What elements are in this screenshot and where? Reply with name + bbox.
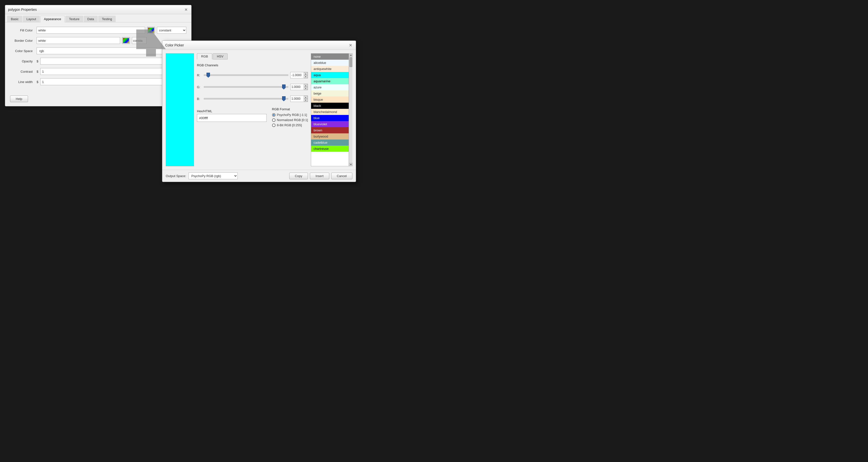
color-list-item-cadetblue[interactable]: cadetblue	[311, 140, 349, 146]
radio-8bit: 8-Bit RGB [0:255]	[272, 123, 308, 127]
radio-normalized-label: Normalized RGB [0:1]	[277, 118, 308, 122]
tab-texture[interactable]: Texture	[65, 16, 83, 22]
radio-8bit-label: 8-Bit RGB [0:255]	[277, 123, 302, 127]
fill-color-input[interactable]	[37, 27, 145, 34]
color-controls: RGB HSV RGB Channels R: ▲	[197, 53, 308, 166]
b-channel-arrows: ▲ ▼	[304, 96, 308, 102]
b-channel-track	[204, 98, 288, 99]
color-list-item-black[interactable]: black	[311, 103, 349, 109]
rgb-format-title: RGB Format	[272, 107, 308, 111]
g-channel-slider-container[interactable]	[204, 84, 288, 90]
color-list-item-beige[interactable]: beige	[311, 90, 349, 96]
tab-basic[interactable]: Basic	[7, 16, 22, 22]
polygon-dialog-titlebar: polygon Properties ✕	[5, 5, 191, 14]
r-channel-slider-container[interactable]	[204, 72, 288, 78]
polygon-dialog-tabs: Basic Layout Appearance Texture Data Tes…	[5, 14, 191, 22]
g-channel-thumb[interactable]	[282, 85, 285, 89]
contrast-input[interactable]	[40, 68, 175, 75]
border-color-swatch	[123, 38, 129, 43]
radio-psychopy-btn[interactable]	[272, 113, 276, 117]
polygon-dialog-close-button[interactable]: ✕	[183, 7, 188, 12]
scrollbar-thumb[interactable]	[349, 57, 352, 67]
line-width-input[interactable]	[40, 79, 173, 85]
r-channel-thumb[interactable]	[207, 73, 210, 78]
border-color-input[interactable]	[37, 37, 120, 44]
b-channel-slider-container[interactable]	[204, 96, 288, 101]
r-channel-down-arrow[interactable]: ▼	[304, 75, 308, 78]
scrollbar-down-arrow[interactable]: ▼	[349, 163, 352, 166]
rgb-channels-title: RGB Channels	[197, 63, 308, 67]
g-channel-up-arrow[interactable]: ▲	[304, 84, 308, 87]
r-channel-up-arrow[interactable]: ▲	[304, 72, 308, 75]
r-channel-input[interactable]	[290, 73, 304, 77]
radio-psychopy: PsychoPy RGB [-1:1]	[272, 113, 308, 117]
color-list-item-chartreuse[interactable]: chartreuse	[311, 146, 349, 152]
color-list-item-brown[interactable]: brown	[311, 127, 349, 133]
color-list[interactable]: none aliceblue antiquewhite aqua aquamar…	[311, 53, 349, 166]
color-list-item-aqua[interactable]: aqua	[311, 72, 349, 78]
line-width-dollar: $	[37, 80, 38, 84]
b-channel-thumb[interactable]	[282, 96, 285, 101]
radio-psychopy-label: PsychoPy RGB [-1:1]	[277, 113, 307, 117]
g-channel-input[interactable]	[290, 85, 304, 89]
g-channel-row: G: ▲ ▼	[197, 84, 308, 90]
line-width-row: Line width $ con	[10, 79, 186, 85]
g-channel-down-arrow[interactable]: ▼	[304, 87, 308, 90]
fill-color-label: Fill Color	[10, 29, 35, 32]
insert-button[interactable]: Insert	[310, 173, 329, 179]
color-list-item-bisque[interactable]: bisque	[311, 96, 349, 103]
color-list-item-aquamarine[interactable]: aquamarine	[311, 78, 349, 84]
copy-button[interactable]: Copy	[289, 173, 308, 179]
b-channel-row: B: ▲ ▼	[197, 96, 308, 102]
color-list-item-burlywood[interactable]: burlywood	[311, 133, 349, 140]
tab-data[interactable]: Data	[84, 16, 98, 22]
b-channel-input[interactable]	[290, 97, 304, 100]
contrast-row: Contrast $ co	[10, 68, 186, 75]
r-channel-track	[204, 74, 288, 76]
polygon-dialog-title: polygon Properties	[8, 8, 37, 11]
b-channel-up-arrow[interactable]: ▲	[304, 96, 308, 99]
r-channel-arrows: ▲ ▼	[304, 72, 308, 78]
color-picker-footer: Output Space: PsychoPy RGB (rgb) Normali…	[162, 170, 356, 182]
g-channel-spinbox: ▲ ▼	[290, 84, 308, 90]
color-list-item-blueviolet[interactable]: blueviolet	[311, 121, 349, 127]
r-channel-row: R: ▲ ▼	[197, 72, 308, 79]
radio-normalized: Normalized RGB [0:1]	[272, 118, 308, 122]
tab-testing[interactable]: Testing	[98, 16, 116, 22]
tab-appearance[interactable]: Appearance	[40, 16, 65, 22]
color-list-item-aliceblue[interactable]: aliceblue	[311, 60, 349, 66]
hex-section: Hex/HTML	[197, 109, 267, 128]
contrast-dollar: $	[37, 70, 38, 73]
radio-normalized-btn[interactable]	[272, 118, 276, 122]
help-button[interactable]: Help	[10, 96, 28, 102]
line-width-label: Line width	[10, 80, 35, 84]
border-color-swatch-button[interactable]	[122, 37, 130, 44]
connector-arrow	[136, 29, 176, 59]
output-space-select[interactable]: PsychoPy RGB (rgb) Normalized RGB [0:1] …	[189, 173, 238, 179]
color-picker-close-button[interactable]: ✕	[348, 43, 353, 48]
b-channel-label: B:	[197, 97, 202, 101]
color-list-item-azure[interactable]: azure	[311, 84, 349, 90]
hex-input[interactable]	[197, 114, 267, 122]
color-space-label: Color Space	[10, 49, 35, 53]
color-list-wrapper: none aliceblue antiquewhite aqua aquamar…	[311, 53, 352, 166]
tab-hsv[interactable]: HSV	[213, 53, 228, 59]
tab-layout[interactable]: Layout	[23, 16, 40, 22]
cancel-button[interactable]: Cancel	[331, 173, 352, 179]
opacity-dollar: $	[37, 59, 38, 63]
color-list-item-antiquewhite[interactable]: antiquewhite	[311, 66, 349, 72]
scrollbar-up-arrow[interactable]: ▲	[349, 53, 352, 57]
color-picker-titlebar: Color Picker ✕	[162, 41, 356, 50]
color-list-item-blue[interactable]: blue	[311, 115, 349, 121]
color-list-item-blanchedalmond[interactable]: blanchedalmond	[311, 109, 349, 115]
color-picker-footer-buttons: Copy Insert Cancel	[289, 173, 352, 179]
r-channel-label: R:	[197, 73, 202, 77]
border-color-label: Border Color	[10, 39, 35, 42]
radio-8bit-btn[interactable]	[272, 124, 276, 127]
color-picker-dialog: Color Picker ✕ RGB HSV RGB Channels R:	[162, 40, 356, 182]
color-list-item-none[interactable]: none	[311, 54, 349, 60]
tab-rgb[interactable]: RGB	[197, 53, 212, 59]
color-list-scrollbar[interactable]: ▲ ▼	[349, 53, 352, 166]
hex-label: Hex/HTML	[197, 109, 267, 113]
b-channel-down-arrow[interactable]: ▼	[304, 99, 308, 102]
